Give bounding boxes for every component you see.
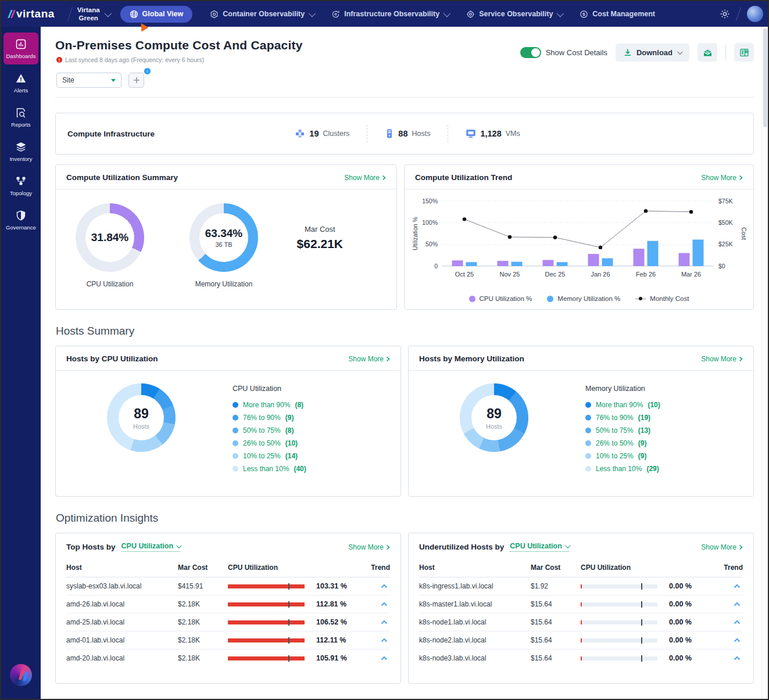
- scrollbar[interactable]: [761, 27, 768, 699]
- trend-up-icon[interactable]: [734, 656, 741, 660]
- table-row[interactable]: k8s-master1.lab.vi.local $15.64 0.00 %: [419, 595, 743, 613]
- hosts-stat[interactable]: 88 Hosts: [367, 125, 448, 142]
- show-more-link[interactable]: Show More: [701, 543, 743, 551]
- legend-monthly-cost[interactable]: Monthly Cost: [635, 295, 689, 302]
- legend-item[interactable]: 50% to 75%(8): [233, 426, 306, 435]
- legend-item[interactable]: 26% to 50%(9): [585, 439, 660, 447]
- utilization-bar: [228, 638, 305, 642]
- chevron-down-icon: [677, 49, 683, 55]
- trend-up-icon[interactable]: [381, 638, 388, 642]
- divider: [736, 8, 741, 21]
- utilization-value: 0.00 %: [663, 600, 717, 608]
- col-cost: Mar Cost: [178, 563, 228, 572]
- site-filter-select[interactable]: Site: [56, 73, 121, 88]
- trend-up-icon[interactable]: [734, 584, 741, 588]
- legend-memory-utilization[interactable]: Memory Utilization %: [547, 295, 620, 302]
- legend-item[interactable]: 10% to 25%(14): [233, 452, 306, 460]
- dollar-badge-icon: $: [580, 10, 588, 19]
- show-more-link[interactable]: Show More: [701, 174, 743, 182]
- table-row[interactable]: k8s-node2.lab.vi.local $15.64 0.00 %: [419, 631, 743, 649]
- info-icon[interactable]: i: [144, 68, 151, 74]
- col-trend: Trend: [364, 563, 390, 572]
- app-window: virtana Virtana Green Global View Contai…: [0, 0, 769, 700]
- email-report-button[interactable]: [698, 43, 717, 62]
- host-cost: $2.18K: [178, 654, 228, 662]
- legend-item[interactable]: 10% to 25%(9): [585, 452, 660, 460]
- optimization-insights-heading: Optimization Insights: [56, 512, 754, 525]
- metric-filter-dropdown[interactable]: CPU Utilization: [121, 542, 181, 552]
- nav-global-view[interactable]: Global View: [120, 6, 193, 23]
- show-cost-details-toggle[interactable]: [520, 47, 541, 58]
- nav-container-observability[interactable]: Container Observability: [210, 10, 314, 19]
- legend-item[interactable]: More than 90%(8): [233, 401, 306, 409]
- table-row[interactable]: amd-20.lab.vi.local $2.18K 105.91 %: [66, 649, 390, 667]
- metric-filter-dropdown[interactable]: CPU Utilization: [510, 542, 569, 552]
- nav-infrastructure-observability[interactable]: Infrastructure Observability: [331, 10, 449, 19]
- page-title: On-Premises Compute Cost And Capacity: [55, 38, 303, 52]
- utilization-value: 0.00 %: [663, 582, 717, 590]
- sidebar-item-governance[interactable]: Governance: [3, 204, 38, 236]
- sidebar-item-alerts[interactable]: Alerts: [3, 67, 38, 99]
- card-title: Top Hosts by: [66, 543, 116, 551]
- clusters-stat[interactable]: 19 Clusters: [277, 125, 367, 142]
- card-title: Compute Utilization Trend: [415, 173, 512, 182]
- legend-item[interactable]: 76% to 90%(19): [585, 414, 660, 422]
- settings-gear-icon[interactable]: [720, 9, 730, 19]
- sidebar-item-reports[interactable]: Reports: [3, 101, 38, 133]
- divider: [55, 97, 754, 98]
- mar-cost-value: $62.21K: [297, 237, 343, 251]
- svg-text:Nov 25: Nov 25: [500, 271, 520, 278]
- top-hosts-card: Top Hosts by CPU Utilization Show More H…: [55, 533, 401, 684]
- vms-stat[interactable]: 1,128 VMs: [448, 125, 537, 142]
- show-more-link[interactable]: Show More: [348, 543, 390, 551]
- legend-item[interactable]: 26% to 50%(10): [233, 439, 306, 447]
- legend-item[interactable]: Less than 10%(29): [585, 465, 660, 473]
- table-row[interactable]: k8s-ingress1.lab.vi.local $1.92 0.00 %: [419, 577, 743, 595]
- show-more-link[interactable]: Show More: [348, 355, 390, 363]
- sidebar-item-dashboards[interactable]: Dashboards: [3, 33, 38, 64]
- hexagon-icon: [210, 10, 219, 19]
- sidebar-label: Inventory: [9, 156, 32, 162]
- scrollbar-thumb[interactable]: [763, 28, 767, 127]
- host-cost: $2.18K: [178, 600, 228, 608]
- legend-cpu-utilization[interactable]: CPU Utilization %: [469, 295, 532, 302]
- chevron-down-icon: [104, 9, 112, 17]
- nav-service-observability[interactable]: Service Observability: [466, 10, 562, 19]
- show-more-link[interactable]: Show More: [344, 174, 386, 182]
- hosts-cpu-donut: 89 Hosts: [107, 383, 176, 452]
- virtana-logo[interactable]: virtana: [9, 8, 55, 20]
- table-row[interactable]: k8s-node1.lab.vi.local $15.64 0.00 %: [419, 613, 743, 631]
- svg-text:Jan 26: Jan 26: [591, 271, 610, 278]
- sidebar-item-topology[interactable]: Topology: [3, 170, 38, 202]
- layout-panel-button[interactable]: [734, 43, 754, 62]
- utilization-bar: [581, 620, 657, 624]
- trend-up-icon[interactable]: [381, 602, 388, 606]
- trend-up-icon[interactable]: [734, 638, 741, 642]
- legend-item[interactable]: Less than 10%(40): [233, 465, 306, 473]
- stat-value: 19: [309, 129, 319, 138]
- sidebar-item-inventory[interactable]: Inventory: [3, 135, 38, 167]
- table-row[interactable]: k8s-node3.lab.vi.local $15.64 0.00 %: [419, 649, 743, 667]
- table-row[interactable]: amd-01.lab.vi.local $2.18K 112.11 %: [66, 631, 390, 649]
- legend-item[interactable]: More than 90%(10): [585, 401, 660, 409]
- table-row[interactable]: amd-25.lab.vi.local $2.18K 106.52 %: [66, 613, 390, 631]
- layers-icon: [15, 141, 27, 153]
- table-row[interactable]: syslab-esx03.lab.vi.local $415.91 103.31…: [66, 577, 390, 595]
- download-label: Download: [636, 48, 673, 57]
- download-button[interactable]: Download: [616, 44, 689, 62]
- trend-up-icon[interactable]: [381, 620, 388, 624]
- add-filter-button[interactable]: [128, 73, 144, 88]
- divider: [67, 6, 73, 21]
- org-selector[interactable]: Virtana Green: [77, 6, 110, 23]
- gear-circle-icon: [466, 10, 475, 19]
- legend-item[interactable]: 50% to 75%(13): [585, 426, 660, 435]
- nav-cost-management[interactable]: $ Cost Management: [580, 10, 655, 19]
- user-avatar[interactable]: [747, 6, 763, 22]
- trend-up-icon[interactable]: [734, 602, 741, 606]
- legend-item[interactable]: 76% to 90%(9): [233, 414, 306, 422]
- trend-up-icon[interactable]: [734, 620, 741, 624]
- table-row[interactable]: amd-26.lab.vi.local $2.18K 112.81 %: [66, 595, 390, 613]
- show-more-link[interactable]: Show More: [701, 355, 743, 363]
- trend-up-icon[interactable]: [381, 656, 388, 660]
- trend-up-icon[interactable]: [381, 584, 388, 588]
